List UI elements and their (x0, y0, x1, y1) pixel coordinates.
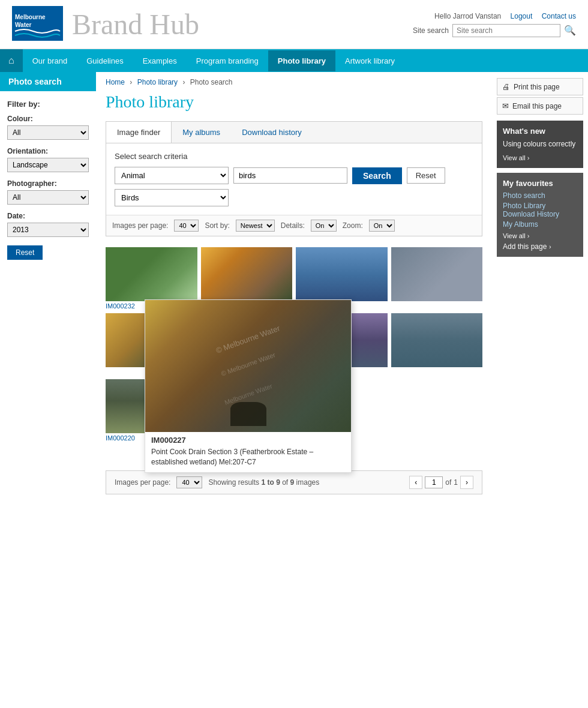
search-button[interactable]: Search (352, 167, 402, 184)
orientation-filter: Orientation: Landscape Portrait Square (7, 147, 89, 172)
svg-text:Water: Water (15, 22, 32, 28)
favourites-view-all[interactable]: View all › (503, 232, 577, 239)
fav-download-history[interactable]: Photo Library Download History (503, 202, 577, 218)
filter-section: Filter by: Colour: All Orientation: Land… (0, 91, 96, 268)
right-sidebar: 🖨 Print this page ✉ Email this page What… (492, 72, 588, 500)
photo-grid-wrapper: IM000232 IM000228 IM00022 (106, 242, 482, 446)
nav-photo-library[interactable]: Photo library (268, 50, 335, 71)
favourites-title: My favourites (503, 179, 577, 188)
page-number-input[interactable] (425, 476, 443, 488)
sort-by-label: Sort by: (205, 221, 229, 230)
print-label: Print this page (514, 83, 560, 91)
images-per-page-select[interactable]: 40 20 80 (174, 220, 199, 232)
breadcrumb-sep1: › (130, 78, 132, 86)
nav-program-branding[interactable]: Program branding (187, 50, 268, 71)
results-toolbar: Images per page: 40 20 80 Sort by: Newes… (106, 215, 482, 236)
whats-new-view-all[interactable]: View all › (503, 154, 529, 161)
breadcrumb: Home › Photo library › Photo search (106, 78, 482, 86)
print-action[interactable]: 🖨 Print this page (497, 78, 583, 95)
colour-select[interactable]: All (7, 125, 89, 140)
brand-hub-title: Brand Hub (72, 8, 199, 41)
zoom-select[interactable]: On Off (369, 220, 395, 232)
melbourne-water-logo[interactable]: Melbourne Water (12, 6, 63, 43)
logo-area: Melbourne Water Brand Hub (12, 6, 199, 43)
sort-by-select[interactable]: Newest Oldest (236, 220, 275, 232)
photographer-select[interactable]: All (7, 190, 89, 205)
main-content: Home › Photo library › Photo search Phot… (96, 72, 492, 500)
site-search-button[interactable]: 🔍 (564, 25, 576, 36)
user-info: Hello Jarrod Vanstan Logout Contact us (413, 12, 576, 20)
search-criteria-label: Select search criteria (115, 152, 473, 161)
whats-new-section: What's new Using colours correctly View … (497, 121, 583, 168)
orientation-select[interactable]: Landscape Portrait Square (7, 158, 89, 172)
photographer-label: Photographer: (7, 179, 89, 188)
fav-photo-search[interactable]: Photo search (503, 191, 577, 200)
page-title: Photo library (106, 92, 482, 112)
tab-my-albums[interactable]: My albums (172, 122, 231, 143)
right-panel: 🖨 Print this page ✉ Email this page What… (492, 78, 588, 257)
bottom-images-per-page-select[interactable]: 40 20 (176, 476, 202, 488)
fav-my-albums[interactable]: My Albums (503, 220, 577, 229)
my-favourites-section: My favourites Photo search Photo Library… (497, 173, 583, 257)
tooltip-description: Point Cook Drain Section 3 (Featherbrook… (145, 446, 351, 472)
email-label: Email this page (512, 102, 562, 110)
whats-new-item: Using colours correctly (503, 139, 577, 149)
main-nav: ⌂ Our brand Guidelines Examples Program … (0, 49, 588, 72)
list-item[interactable] (391, 313, 483, 376)
breadcrumb-current: Photo search (190, 78, 233, 86)
add-page-icon: › (549, 243, 551, 250)
breadcrumb-photo-library[interactable]: Photo library (137, 78, 178, 86)
category-select[interactable]: Animal Architecture Landscape People Wat… (115, 167, 229, 184)
images-per-page-label: Images per page: (112, 221, 168, 230)
page-body: Photo search Filter by: Colour: All Orie… (0, 72, 588, 500)
date-select[interactable]: 2013 (7, 223, 89, 237)
subcategory-select[interactable]: Birds Fish Insects Mammals (115, 189, 229, 206)
of-label: of (445, 478, 451, 487)
total-pages: 1 (454, 478, 458, 487)
date-filter: Date: 2013 (7, 212, 89, 237)
colour-label: Colour: (7, 115, 89, 123)
photo-search-sidebar-label: Photo search (0, 72, 96, 91)
nav-home-link[interactable]: ⌂ (0, 49, 23, 72)
nav-artwork-library[interactable]: Artwork library (335, 50, 404, 71)
email-icon: ✉ (502, 101, 509, 110)
details-select[interactable]: On Off (311, 220, 337, 232)
email-action[interactable]: ✉ Email this page (497, 97, 583, 115)
contact-link[interactable]: Contact us (542, 12, 576, 20)
nav-examples[interactable]: Examples (133, 50, 187, 71)
tab-image-finder[interactable]: Image finder (106, 122, 172, 143)
left-sidebar: Photo search Filter by: Colour: All Orie… (0, 72, 96, 500)
header: Melbourne Water Brand Hub Hello Jarrod V… (0, 0, 588, 49)
print-icon: 🖨 (502, 82, 510, 91)
tab-download-history[interactable]: Download history (231, 122, 313, 143)
reset-button[interactable]: Reset (407, 167, 445, 184)
orientation-label: Orientation: (7, 147, 89, 155)
filter-by-label: Filter by: (7, 100, 89, 109)
search-row-1: Animal Architecture Landscape People Wat… (115, 167, 473, 184)
site-search-input[interactable] (452, 24, 560, 37)
colour-filter: Colour: All (7, 115, 89, 140)
photo-tooltip: © Melbourne Water © Melbourne Water Melb… (145, 299, 352, 473)
prev-page-button[interactable]: ‹ (409, 476, 422, 489)
tooltip-photo-id: IM000227 (145, 432, 351, 446)
details-label: Details: (281, 221, 305, 230)
sidebar-reset-button[interactable]: Reset (7, 245, 43, 260)
pagination-controls: ‹ of 1 › (409, 476, 473, 489)
logout-link[interactable]: Logout (511, 12, 533, 20)
results-showing: Showing results 1 to 9 of 9 images (208, 478, 319, 487)
search-tabs: Image finder My albums Download history (106, 122, 482, 143)
add-page-link[interactable]: Add this page (503, 242, 547, 251)
breadcrumb-sep2: › (182, 78, 185, 86)
zoom-label: Zoom: (343, 221, 363, 230)
bottom-images-per-page-label: Images per page: (115, 478, 170, 487)
nav-our-brand[interactable]: Our brand (23, 50, 77, 71)
user-greeting: Hello Jarrod Vanstan (434, 12, 501, 20)
next-page-button[interactable]: › (460, 476, 473, 489)
keyword-input[interactable] (233, 167, 347, 184)
search-row-2: Birds Fish Insects Mammals (115, 189, 473, 206)
site-search-area: Site search 🔍 (413, 24, 576, 37)
breadcrumb-home[interactable]: Home (106, 78, 125, 86)
nav-guidelines[interactable]: Guidelines (77, 50, 133, 71)
list-item[interactable] (391, 247, 483, 310)
photographer-filter: Photographer: All (7, 179, 89, 205)
